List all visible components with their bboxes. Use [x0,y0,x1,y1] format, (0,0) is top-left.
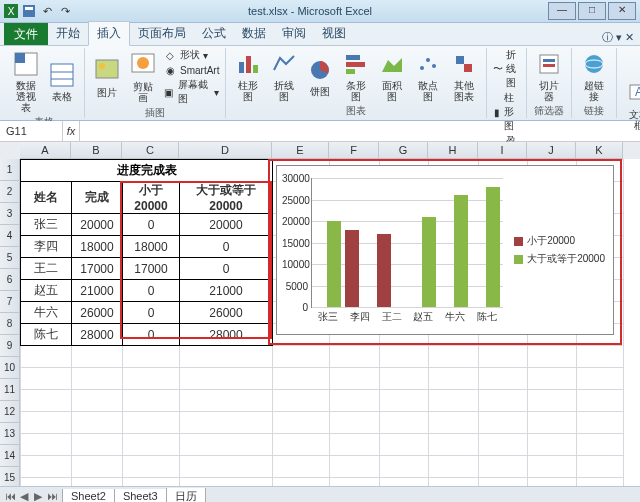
cell[interactable] [72,368,123,390]
picture-button[interactable]: 图片 [91,55,123,100]
cell[interactable]: 0 [180,258,273,280]
cell[interactable] [21,478,72,487]
sparkline-line-button[interactable]: 〜折线图 [493,48,520,90]
cell[interactable] [380,346,429,368]
col-header[interactable]: J [527,142,576,159]
col-header[interactable]: E [272,142,329,159]
slicer-button[interactable]: 切片器 [533,48,565,104]
cell[interactable] [180,412,273,434]
sheet-nav[interactable]: ⏮◀▶⏭ [0,490,62,502]
cell[interactable] [180,346,273,368]
cell[interactable] [479,456,528,478]
row-header[interactable]: 12 [0,401,20,423]
cell[interactable] [330,434,380,456]
cell[interactable] [330,368,380,390]
smartart-button[interactable]: ◉SmartArt [163,63,219,77]
cell[interactable] [380,434,429,456]
col-header[interactable]: A [20,142,71,159]
chart-bar[interactable] [422,217,436,307]
cell[interactable] [330,390,380,412]
pivot-button[interactable]: 数据 透视表 [10,48,42,115]
chart-bar[interactable] [486,187,500,307]
cell[interactable]: 张三 [21,214,72,236]
cell[interactable] [273,346,330,368]
cell[interactable] [429,412,479,434]
cell[interactable]: 大于或等于20000 [180,182,273,214]
tab-layout[interactable]: 页面布局 [130,22,194,45]
row-header[interactable]: 9 [0,335,20,357]
cell[interactable] [273,390,330,412]
cell[interactable] [180,478,273,487]
cell[interactable] [528,346,577,368]
cell[interactable] [123,390,180,412]
cell[interactable] [72,478,123,487]
cell[interactable] [380,390,429,412]
cell[interactable]: 0 [180,236,273,258]
qat-redo-icon[interactable]: ↷ [58,4,72,18]
cell[interactable]: 20000 [72,214,123,236]
cell[interactable] [21,390,72,412]
cell[interactable]: 牛六 [21,302,72,324]
cell[interactable] [123,478,180,487]
tab-home[interactable]: 开始 [48,22,88,45]
cell[interactable]: 17000 [72,258,123,280]
cell[interactable]: 28000 [72,324,123,346]
cell[interactable] [429,390,479,412]
tab-view[interactable]: 视图 [314,22,354,45]
row-header[interactable]: 4 [0,225,20,247]
cell[interactable]: 完成 [72,182,123,214]
col-header[interactable]: H [428,142,478,159]
cell[interactable] [380,478,429,487]
cell[interactable]: 26000 [72,302,123,324]
cell[interactable] [380,368,429,390]
cell[interactable] [273,368,330,390]
cell[interactable] [429,368,479,390]
cell[interactable] [479,346,528,368]
name-box[interactable]: G11 [0,121,63,141]
cell[interactable] [72,390,123,412]
cell[interactable] [123,412,180,434]
tab-review[interactable]: 审阅 [274,22,314,45]
sheet-tab[interactable]: Sheet2 [62,489,115,502]
cell[interactable]: 26000 [180,302,273,324]
cell[interactable]: 王二 [21,258,72,280]
tab-data[interactable]: 数据 [234,22,274,45]
cell[interactable] [528,390,577,412]
cell[interactable]: 0 [123,280,180,302]
cell[interactable] [577,412,624,434]
row-header[interactable]: 10 [0,357,20,379]
cell[interactable] [479,434,528,456]
row-header[interactable]: 11 [0,379,20,401]
cell[interactable] [429,346,479,368]
cell[interactable] [123,346,180,368]
cell[interactable]: 赵五 [21,280,72,302]
select-all-corner[interactable] [0,142,21,160]
area-chart-button[interactable]: 面积图 [376,48,408,104]
chart-bar[interactable] [454,195,468,307]
tab-insert[interactable]: 插入 [88,21,130,46]
tab-formula[interactable]: 公式 [194,22,234,45]
col-header[interactable]: C [122,142,179,159]
cell[interactable] [528,412,577,434]
cell[interactable] [577,346,624,368]
cell[interactable] [273,478,330,487]
fx-icon[interactable]: fx [63,121,80,141]
qat-undo-icon[interactable]: ↶ [40,4,54,18]
cell[interactable] [577,478,624,487]
cell[interactable] [72,412,123,434]
cell[interactable] [577,434,624,456]
cell[interactable]: 0 [123,324,180,346]
chart-bar[interactable] [327,221,341,307]
cell[interactable]: 20000 [180,214,273,236]
screenshot-button[interactable]: ▣屏幕截图 ▾ [163,78,219,106]
cell[interactable] [21,434,72,456]
cell[interactable]: 姓名 [21,182,72,214]
cell[interactable] [479,412,528,434]
cell[interactable] [429,456,479,478]
sheet-tab[interactable]: 日历 [166,488,206,503]
cell[interactable] [273,456,330,478]
chart-bar[interactable] [345,230,359,307]
cell[interactable] [577,390,624,412]
cell[interactable] [429,434,479,456]
cell[interactable] [123,434,180,456]
